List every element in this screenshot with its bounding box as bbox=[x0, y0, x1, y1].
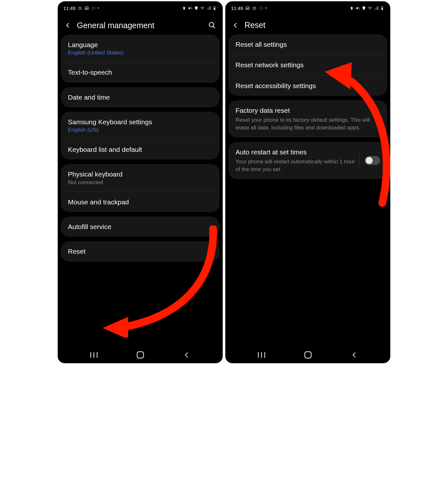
item-subtitle: Not connected bbox=[68, 179, 212, 186]
auto-restart-item[interactable]: Auto restart at set times Your phone wil… bbox=[228, 142, 387, 179]
back-button[interactable] bbox=[63, 21, 72, 30]
status-right bbox=[182, 6, 217, 11]
status-more-dot bbox=[98, 7, 99, 9]
svg-rect-22 bbox=[382, 6, 383, 6]
location-icon bbox=[361, 6, 366, 11]
back-button[interactable] bbox=[231, 21, 240, 30]
svg-point-17 bbox=[260, 7, 262, 10]
item-subtitle: English (US) bbox=[68, 127, 212, 133]
settings-group: Physical keyboard Not connected Mouse an… bbox=[61, 164, 220, 212]
status-left: 11:49 bbox=[231, 5, 267, 11]
settings-group: Language English (United States) Text-to… bbox=[61, 35, 220, 83]
settings-group: Factory data reset Reset your phone to i… bbox=[228, 100, 387, 137]
android-navbar bbox=[225, 347, 390, 363]
status-time: 11:49 bbox=[63, 5, 76, 11]
physical-keyboard-item[interactable]: Physical keyboard Not connected bbox=[61, 164, 220, 191]
svg-line-19 bbox=[358, 7, 360, 9]
svg-point-2 bbox=[92, 7, 95, 10]
settings-group: Reset all settings Reset network setting… bbox=[228, 34, 387, 96]
language-item[interactable]: Language English (United States) bbox=[61, 35, 220, 62]
signal-icon bbox=[206, 6, 211, 11]
mute-icon bbox=[355, 6, 360, 11]
item-title: Reset all settings bbox=[236, 40, 380, 49]
reset-accessibility-item[interactable]: Reset accessibility settings bbox=[228, 75, 387, 96]
tts-item[interactable]: Text-to-speech bbox=[61, 62, 220, 82]
svg-line-4 bbox=[191, 7, 192, 9]
battery-saver-icon bbox=[182, 6, 187, 11]
autofill-item[interactable]: Autofill service bbox=[61, 217, 220, 237]
page-title: General management bbox=[77, 21, 207, 30]
status-right bbox=[349, 6, 385, 11]
item-title: Samsung Keyboard settings bbox=[68, 118, 212, 126]
item-title: Mouse and trackpad bbox=[68, 198, 212, 206]
wifi-icon bbox=[368, 6, 372, 11]
auto-restart-toggle[interactable] bbox=[365, 156, 380, 165]
settings-group: Auto restart at set times Your phone wil… bbox=[228, 142, 387, 179]
image-icon bbox=[245, 6, 250, 11]
wifi-icon bbox=[200, 6, 205, 11]
status-more-dot bbox=[265, 7, 267, 9]
location-icon bbox=[194, 6, 199, 11]
loading-icon bbox=[259, 6, 263, 11]
date-time-item[interactable]: Date and time bbox=[61, 87, 220, 107]
item-title: Reset bbox=[68, 247, 212, 256]
recents-button[interactable] bbox=[252, 351, 271, 358]
alarm-icon bbox=[252, 6, 257, 11]
item-title: Reset accessibility settings bbox=[236, 81, 380, 90]
samsung-keyboard-item[interactable]: Samsung Keyboard settings English (US) bbox=[61, 112, 220, 139]
svg-rect-7 bbox=[214, 6, 215, 6]
settings-group: Autofill service bbox=[61, 217, 220, 237]
mute-icon bbox=[188, 6, 193, 11]
svg-rect-21 bbox=[382, 8, 383, 10]
status-time: 11:49 bbox=[231, 5, 243, 11]
signal-icon bbox=[374, 6, 378, 11]
alarm-icon bbox=[78, 6, 82, 11]
nav-back-button[interactable] bbox=[177, 351, 196, 358]
svg-rect-26 bbox=[305, 352, 311, 358]
item-subtitle: English (United States) bbox=[68, 50, 212, 56]
svg-rect-6 bbox=[214, 8, 215, 10]
item-title: Factory data reset bbox=[236, 106, 380, 115]
mouse-trackpad-item[interactable]: Mouse and trackpad bbox=[61, 192, 220, 212]
battery-icon bbox=[212, 6, 217, 11]
item-title: Text-to-speech bbox=[68, 68, 212, 77]
toggle-knob bbox=[366, 157, 373, 164]
header: Reset bbox=[225, 13, 390, 34]
nav-back-button[interactable] bbox=[345, 351, 364, 358]
factory-reset-item[interactable]: Factory data reset Reset your phone to i… bbox=[228, 100, 387, 137]
item-description: Your phone will restart automatically wi… bbox=[236, 158, 356, 173]
item-title: Keyboard list and default bbox=[68, 145, 212, 154]
svg-rect-3 bbox=[183, 7, 185, 10]
reset-all-item[interactable]: Reset all settings bbox=[228, 34, 387, 54]
header: General management bbox=[58, 13, 223, 35]
svg-rect-18 bbox=[351, 7, 353, 10]
item-title: Language bbox=[68, 40, 212, 49]
settings-group: Date and time bbox=[61, 87, 220, 107]
content[interactable]: Reset all settings Reset network setting… bbox=[225, 34, 390, 347]
status-left: 11:49 bbox=[63, 5, 99, 11]
status-bar: 11:49 bbox=[225, 3, 390, 13]
item-title: Date and time bbox=[68, 93, 212, 102]
battery-saver-icon bbox=[349, 6, 354, 11]
search-button[interactable] bbox=[207, 20, 217, 30]
battery-icon bbox=[380, 6, 385, 11]
svg-point-8 bbox=[209, 22, 214, 27]
page-title: Reset bbox=[245, 20, 385, 30]
item-title: Reset network settings bbox=[236, 61, 380, 69]
content[interactable]: Language English (United States) Text-to… bbox=[58, 35, 223, 347]
keyboard-list-item[interactable]: Keyboard list and default bbox=[61, 139, 220, 160]
loading-icon bbox=[91, 6, 96, 11]
svg-line-9 bbox=[213, 26, 215, 28]
home-button[interactable] bbox=[131, 351, 150, 359]
reset-item[interactable]: Reset bbox=[61, 241, 220, 261]
item-title: Physical keyboard bbox=[68, 170, 212, 178]
phone-right: 11:49 Reset Reset all settings Reset bbox=[225, 1, 390, 363]
image-icon bbox=[84, 6, 89, 11]
recents-button[interactable] bbox=[84, 351, 104, 358]
home-button[interactable] bbox=[298, 351, 318, 359]
reset-network-item[interactable]: Reset network settings bbox=[228, 54, 387, 75]
item-description: Reset your phone to its factory default … bbox=[236, 116, 380, 132]
android-navbar bbox=[58, 347, 223, 363]
status-bar: 11:49 bbox=[58, 3, 223, 13]
phone-left: 11:49 General management Language bbox=[58, 1, 223, 363]
